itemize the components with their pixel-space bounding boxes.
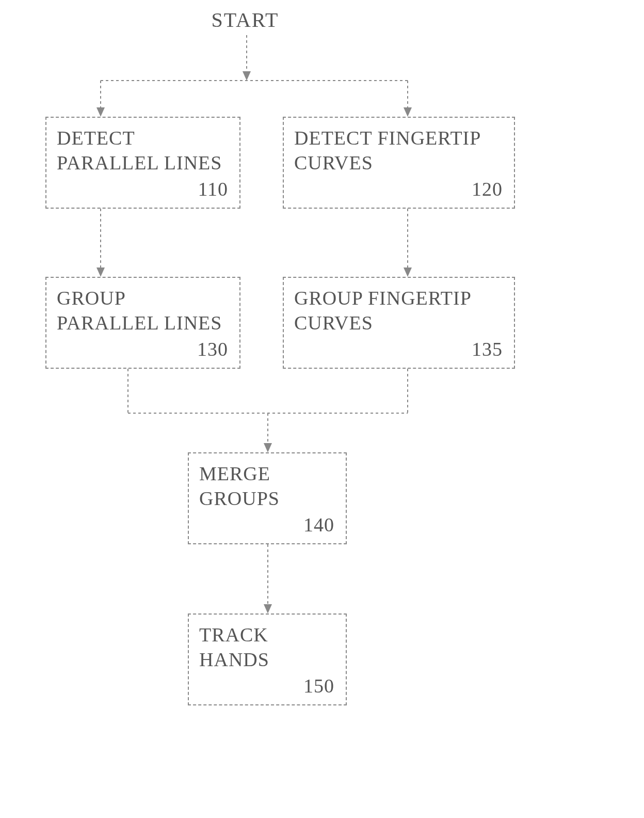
box-number: 130 [197, 337, 228, 362]
box-number: 135 [472, 337, 503, 362]
arrowhead-start-down [243, 71, 251, 81]
arrowhead-to-120 [404, 107, 412, 117]
box-track-hands: TRACK HANDS 150 [188, 614, 347, 705]
box-detect-fingertip-curves: DETECT FINGERTIP CURVES 120 [283, 117, 515, 209]
box-text: GROUP PARALLEL LINES [57, 287, 222, 334]
box-merge-groups: MERGE GROUPS 140 [188, 452, 347, 544]
box-group-fingertip-curves: GROUP FINGERTIP CURVES 135 [283, 277, 515, 369]
box-number: 120 [472, 177, 503, 202]
arrowhead-140-150 [264, 604, 272, 614]
box-group-parallel-lines: GROUP PARALLEL LINES 130 [45, 277, 240, 369]
box-number: 140 [303, 513, 334, 538]
box-detect-parallel-lines: DETECT PARALLEL LINES 110 [45, 117, 240, 209]
box-number: 150 [303, 674, 334, 699]
box-text: MERGE GROUPS [199, 463, 280, 509]
box-text: DETECT PARALLEL LINES [57, 127, 222, 174]
flowchart-canvas: START DETECT PARALLEL LINES [0, 0, 644, 818]
box-text: TRACK HANDS [199, 624, 269, 670]
arrowhead-to-110 [96, 107, 105, 117]
box-number: 110 [198, 177, 228, 202]
box-text: DETECT FINGERTIP CURVES [294, 127, 480, 174]
start-label: START [204, 8, 286, 32]
arrowhead-120-135 [404, 268, 412, 277]
arrowhead-110-130 [96, 268, 105, 277]
box-text: GROUP FINGERTIP CURVES [294, 287, 471, 334]
arrowhead-merge-down [264, 443, 272, 452]
